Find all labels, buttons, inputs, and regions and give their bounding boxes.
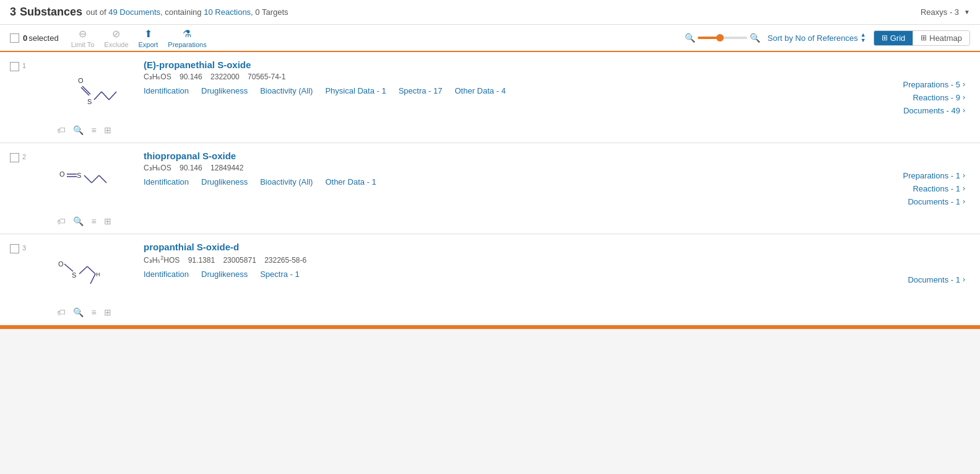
mol-search-icon[interactable]: 🔍: [73, 216, 84, 226]
other-data-link[interactable]: Other Data - 4: [455, 86, 506, 95]
substance-name[interactable]: (E)-propanethial S-oxide: [144, 59, 859, 70]
svg-line-20: [90, 274, 95, 284]
mol-grid-icon[interactable]: ⊞: [104, 216, 111, 226]
svg-text:H: H: [96, 271, 100, 278]
mol-tag-icon[interactable]: 🏷: [57, 216, 66, 226]
source-label: Reaxys - 3: [921, 7, 959, 17]
svg-line-11: [84, 175, 92, 183]
sub-link[interactable]: Identification: [144, 177, 189, 187]
substance-right-links: Preparations - 1 › Reactions - 1 › Docum…: [859, 151, 970, 226]
molecule-area: O S 🏷 🔍 ≡ ⊞: [35, 59, 134, 135]
substance-right-links: Preparations - 5 › Reactions - 9 › Docum…: [859, 59, 970, 135]
spectra-link[interactable]: Spectra - 17: [399, 86, 443, 95]
sub-link[interactable]: Identification: [144, 270, 189, 279]
substance-info: propanthial S-oxide-d C₃H₅2HOS 91.1381 2…: [134, 242, 859, 317]
svg-text:O: O: [59, 170, 65, 178]
preparations-button[interactable]: ⚗ Preparations: [168, 28, 206, 48]
molecule-area: O S 🏷 🔍 ≡ ⊞: [35, 151, 134, 226]
mol-search-icon[interactable]: 🔍: [73, 125, 84, 135]
mol-grid-icon[interactable]: ⊞: [104, 307, 111, 317]
sub-link[interactable]: Druglikeness: [201, 86, 248, 95]
zoom-slider[interactable]: [698, 37, 747, 39]
mol-tag-icon[interactable]: 🏷: [57, 307, 66, 317]
zoom-slider-dot: [716, 34, 724, 42]
mol-menu-icon[interactable]: ≡: [91, 125, 96, 135]
row-checkbox[interactable]: [10, 153, 19, 162]
row-number: 1: [22, 59, 35, 135]
substance-links: IdentificationDruglikenessSpectra - 1: [144, 270, 859, 279]
top-bar: 3 Substances out of 49 Documents, contai…: [0, 0, 980, 25]
svg-text:S: S: [72, 271, 76, 279]
substances-summary: 3 Substances out of 49 Documents, contai…: [10, 6, 288, 19]
sub-link[interactable]: Druglikeness: [201, 177, 248, 187]
row-number: 2: [22, 151, 35, 226]
row-checkbox-wrap: [10, 59, 22, 135]
mol-actions: 🏷 🔍 ≡ ⊞: [57, 216, 111, 226]
substance-info: thiopropanal S-oxide C₃H₆OS 90.146 12849…: [134, 151, 859, 226]
substance-right-links: Documents - 1 ›: [859, 242, 970, 317]
source-info: Reaxys - 3 ▼: [921, 7, 970, 17]
mol-actions: 🏷 🔍 ≡ ⊞: [57, 125, 111, 135]
documents-link[interactable]: 49 Documents: [108, 7, 160, 17]
zoom-control: 🔍 🔍: [685, 33, 760, 43]
sub-link[interactable]: Identification: [144, 86, 189, 95]
row-checkbox[interactable]: [10, 62, 19, 71]
row-checkbox[interactable]: [10, 244, 19, 253]
molecule-image: O S H: [47, 242, 121, 304]
svg-line-18: [87, 266, 95, 274]
toolbar-actions: ⊖ Limit To ⊘ Exclude ⬆ Export ⚗ Preparat…: [71, 28, 207, 48]
mol-menu-icon[interactable]: ≡: [91, 216, 96, 226]
limit-to-button[interactable]: ⊖ Limit To: [71, 28, 95, 48]
view-toggle: ⊞ Grid ⊞ Heatmap: [874, 30, 970, 46]
grid-view-button[interactable]: ⊞ Grid: [874, 31, 913, 45]
sort-label: Sort by No of References: [768, 33, 858, 43]
data-link[interactable]: Physical Data - 1: [325, 86, 386, 95]
exclude-button[interactable]: ⊘ Exclude: [104, 28, 128, 48]
select-all-checkbox[interactable]: [10, 33, 19, 43]
svg-text:S: S: [87, 98, 92, 105]
mol-tag-icon[interactable]: 🏷: [57, 125, 66, 135]
export-icon: ⬆: [144, 28, 152, 40]
source-chevron-icon[interactable]: ▼: [964, 9, 970, 15]
svg-text:S: S: [77, 172, 81, 179]
right-link[interactable]: Reactions - 9 ›: [859, 93, 965, 102]
svg-line-12: [92, 175, 99, 183]
mol-menu-icon[interactable]: ≡: [91, 307, 96, 317]
export-button[interactable]: ⬆ Export: [139, 28, 158, 48]
right-link[interactable]: Documents - 1 ›: [859, 275, 965, 284]
substance-name[interactable]: propanthial S-oxide-d: [144, 242, 859, 252]
sub-link[interactable]: Other Data - 1: [325, 177, 376, 187]
chevron-right-icon: ›: [963, 184, 965, 193]
grid-icon: ⊞: [882, 33, 888, 42]
molecule-area: O S H 🏷 🔍 ≡ ⊞: [35, 242, 134, 317]
sub-link[interactable]: Druglikeness: [201, 270, 248, 279]
substances-list: 1 O S 🏷 🔍 ≡ ⊞ (E)-propanethial S-oxide C…: [0, 52, 980, 325]
svg-line-17: [79, 266, 87, 274]
sort-control[interactable]: Sort by No of References ▲▼: [768, 32, 866, 43]
chevron-right-icon: ›: [963, 93, 965, 102]
chevron-right-icon: ›: [963, 80, 965, 89]
right-link[interactable]: Preparations - 1 ›: [859, 171, 965, 180]
heatmap-view-button[interactable]: ⊞ Heatmap: [913, 31, 969, 45]
reactions-link[interactable]: 10 Reactions: [204, 7, 251, 17]
substances-count: 3: [10, 6, 16, 19]
sub-link[interactable]: Spectra - 1: [260, 270, 300, 279]
data-link[interactable]: Bioactivity (All): [260, 86, 313, 95]
chevron-right-icon: ›: [963, 197, 965, 206]
svg-line-13: [99, 175, 106, 183]
substance-name[interactable]: thiopropanal S-oxide: [144, 151, 859, 161]
substance-formula: C₃H₆OS 90.146 12849442: [144, 164, 859, 172]
zoom-out-icon[interactable]: 🔍: [685, 33, 695, 43]
mol-search-icon[interactable]: 🔍: [73, 307, 84, 317]
right-link[interactable]: Preparations - 5 ›: [859, 80, 965, 89]
mol-grid-icon[interactable]: ⊞: [104, 125, 111, 135]
right-link[interactable]: Reactions - 1 ›: [859, 184, 965, 193]
right-link[interactable]: Documents - 1 ›: [859, 197, 965, 206]
molecule-image: O S: [47, 59, 121, 121]
right-link[interactable]: Documents - 49 ›: [859, 106, 965, 115]
selected-badge: 0selected: [23, 33, 59, 43]
heatmap-icon: ⊞: [921, 33, 927, 42]
row-checkbox-wrap: [10, 242, 22, 317]
zoom-in-icon[interactable]: 🔍: [750, 33, 760, 43]
sub-link[interactable]: Bioactivity (All): [260, 177, 313, 187]
